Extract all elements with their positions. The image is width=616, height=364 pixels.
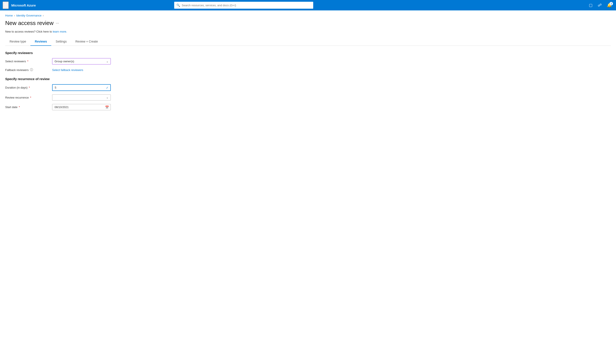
tab-settings[interactable]: Settings	[51, 38, 71, 46]
duration-input-wrapper: ✓	[52, 84, 111, 91]
recurrence-dropdown-button[interactable]: ⌄	[52, 94, 111, 101]
review-recurrence-row: Review recurrence * ⌄	[5, 94, 611, 101]
duration-required: *	[29, 86, 30, 89]
notification-badge: 2	[609, 2, 613, 5]
topbar-right-icons: ▢ ☍ 🔔 2	[587, 2, 613, 9]
search-bar: 🔍	[174, 2, 313, 9]
reviewers-dropdown-arrow-icon: ⌄	[106, 60, 108, 63]
fallback-reviewers-control: Select fallback reviewers	[52, 68, 111, 72]
review-recurrence-label: Review recurrence *	[5, 96, 49, 99]
start-date-input[interactable]	[52, 104, 105, 110]
start-date-required: *	[19, 105, 20, 109]
notification-button[interactable]: 🔔 2	[605, 2, 613, 9]
breadcrumb-identity-governance-link[interactable]: Identity Governance	[16, 14, 41, 17]
reviewers-dropdown-button[interactable]: Group owner(s) ⌄	[52, 58, 111, 65]
breadcrumb-sep-1: ›	[14, 14, 15, 17]
specify-reviewers-section: Specify reviewers Select reviewers * Gro…	[5, 51, 611, 72]
feedback-icon: ☍	[598, 3, 602, 7]
calendar-icon[interactable]: 📅	[105, 105, 110, 109]
breadcrumb: Home › Identity Governance ›	[5, 14, 611, 17]
topbar: ☰ Microsoft Azure 🔍 ▢ ☍ 🔔 2	[0, 0, 616, 10]
duration-control: ✓	[52, 84, 111, 91]
start-date-control: 📅	[52, 104, 111, 110]
learn-more-link[interactable]: learn more.	[53, 30, 67, 33]
hamburger-icon: ☰	[4, 3, 7, 7]
review-recurrence-control[interactable]: ⌄	[52, 94, 111, 101]
select-reviewers-row: Select reviewers * Group owner(s) ⌄	[5, 58, 611, 65]
search-input[interactable]	[182, 4, 311, 7]
duration-input[interactable]	[53, 85, 106, 91]
feedback-button[interactable]: ☍	[596, 2, 603, 9]
specify-reviewers-title: Specify reviewers	[5, 51, 611, 55]
tab-review-create[interactable]: Review + Create	[71, 38, 102, 46]
tabs-container: Review type Reviews Settings Review + Cr…	[5, 38, 611, 46]
duration-label: Duration (in days) *	[5, 86, 49, 89]
start-date-label: Start date *	[5, 105, 49, 109]
fallback-reviewers-row: Fallback reviewers ⓘ Select fallback rev…	[5, 68, 611, 72]
select-reviewers-dropdown[interactable]: Group owner(s) ⌄	[52, 58, 111, 65]
duration-row: Duration (in days) * ✓	[5, 84, 611, 91]
duration-check-icon: ✓	[106, 86, 110, 90]
select-reviewers-label: Select reviewers *	[5, 60, 49, 63]
learn-more-banner: New to access reviews? Click here to lea…	[5, 30, 611, 33]
fallback-reviewers-label: Fallback reviewers ⓘ	[5, 68, 49, 72]
recurrence-dropdown-arrow-icon: ⌄	[106, 96, 108, 99]
specify-recurrence-section: Specify recurrence of review Duration (i…	[5, 77, 611, 110]
select-fallback-reviewers-link[interactable]: Select fallback reviewers	[52, 68, 83, 72]
breadcrumb-home-link[interactable]: Home	[5, 14, 13, 17]
tab-review-type[interactable]: Review type	[5, 38, 30, 46]
cloud-shell-button[interactable]: ▢	[587, 2, 594, 9]
hamburger-menu-button[interactable]: ☰	[3, 1, 9, 9]
learn-more-prefix: New to access reviews? Click here to	[5, 30, 52, 33]
tab-reviews[interactable]: Reviews	[30, 38, 51, 46]
reviewers-dropdown-value: Group owner(s)	[54, 60, 74, 63]
select-reviewers-required: *	[27, 60, 28, 63]
breadcrumb-sep-2: ›	[43, 14, 44, 17]
main-content: Home › Identity Governance › New access …	[0, 10, 616, 119]
page-title-row: New access review ···	[5, 20, 611, 26]
page-title: New access review	[5, 20, 54, 26]
cloud-shell-icon: ▢	[589, 3, 592, 7]
start-date-input-wrapper: 📅	[52, 104, 111, 110]
fallback-reviewers-info-icon[interactable]: ⓘ	[30, 68, 33, 72]
start-date-row: Start date * 📅	[5, 104, 611, 110]
specify-recurrence-title: Specify recurrence of review	[5, 77, 611, 81]
search-icon: 🔍	[176, 3, 180, 7]
app-title: Microsoft Azure	[11, 3, 36, 7]
page-options-button[interactable]: ···	[56, 21, 59, 26]
recurrence-required: *	[30, 96, 31, 99]
